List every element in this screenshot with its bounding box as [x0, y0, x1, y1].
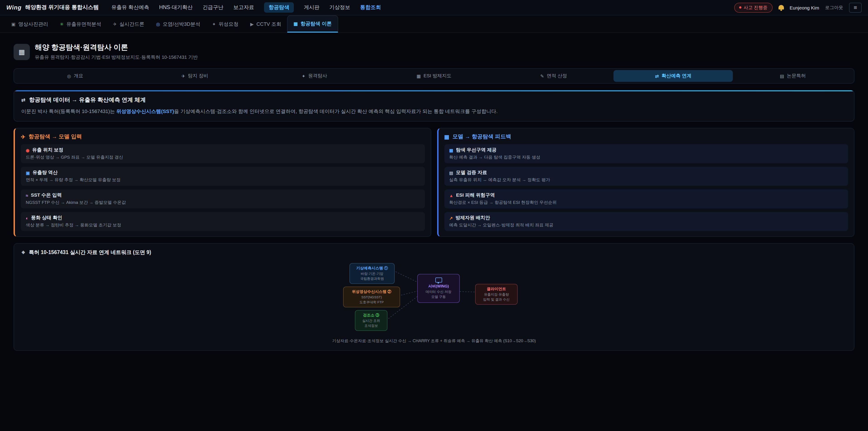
alert-triangle-icon: ▲ [449, 193, 454, 198]
list-item: ▦ 탐색 우선구역 제공 확산 예측 결과 → 다음 탐색 집중구역 자동 생성 [444, 144, 848, 163]
nav-item-integrated-search[interactable]: 통합조회 [360, 4, 381, 11]
intro-body: ⇄ 항공탐색 데이터 → 유출유 확산예측 연계 체계 이문진 박사 특허(등록… [14, 91, 854, 121]
list-item: ≈ SST 수온 입력 NGSST FTP 수신 → Akima 보간 → 증발… [21, 189, 425, 208]
tab-label: ESI 방제지도 [424, 73, 452, 79]
main-menu: 유출유 확산예측 HNS·대기확산 긴급구난 보고자료 항공탐색 게시판 기상정… [112, 2, 381, 13]
patent-network-section: ❖ 특허 10-1567431 실시간 자료 연계 네트워크 (도면 9) 기상… [13, 243, 855, 351]
subnav-label: 영상사진관리 [18, 21, 48, 27]
subnav-label: 항공탐색 이론 [301, 20, 332, 27]
list-item: ◉ 유출 위치 보정 드론·위성 영상 → GPS 좌표 → 모델 유출지점 갱… [21, 144, 425, 163]
clipboard-icon: ▤ [449, 170, 453, 175]
item-title: ◐ 풍화 상태 확인 [26, 215, 420, 221]
list-item: ▲ ESI 피해 위험구역 확산경로 × ESI 등급 → 항공탐색 ESI 현… [444, 189, 848, 208]
node-satellite-system: 위성영상수신시스템 ② SST(NGSST) 도호쿠대학 FTP [343, 286, 400, 308]
page-title: 해양 항공탐색·원격탐사 이론 [35, 43, 198, 53]
item-title: ≈ SST 수온 입력 [26, 192, 420, 198]
link-icon: ⇄ [21, 97, 25, 103]
subnav-item-3d-analysis[interactable]: ◎ 오염/선박3D분석 [150, 16, 206, 33]
list-item: ▣ 유출량 역산 면적 × 두께 → 유량 추정 → 확산모델 유출량 보정 [21, 167, 425, 186]
flow-cards-row: ✈ 항공탐색 → 모델 입력 ◉ 유출 위치 보정 드론·위성 영상 → GPS… [13, 128, 855, 237]
subnav-item-cctv[interactable]: ▶ CCTV 조회 [244, 16, 287, 33]
nav-item-board[interactable]: 게시판 [304, 4, 319, 11]
network-icon: ❖ [21, 250, 25, 255]
subnav-item-image-management[interactable]: ▣ 영상사진관리 [5, 16, 54, 33]
pin-icon: ◉ [26, 148, 30, 153]
network-caption: 기상자료·수온자료·조석정보 실시간 수신 → CHARRY 조류 + 취송류 … [21, 338, 847, 344]
nav-item-rescue[interactable]: 긴급구난 [203, 4, 223, 11]
card-title-text: 항공탐색 → 모델 입력 [29, 133, 82, 141]
tab-esi-map[interactable]: ▦ ESI 방제지도 [374, 70, 494, 82]
node-line: SST(NGSST) [346, 295, 397, 300]
nav-item-reports[interactable]: 보고자료 [233, 4, 254, 11]
page-subtitle: 유출유 원격탐지·항공감시 기법·ESI 방제정보지도·등록특허 10-1567… [35, 54, 198, 61]
item-title: ▲ ESI 피해 위험구역 [449, 192, 843, 198]
satellite-icon: ✦ [212, 22, 216, 26]
app-window: Wing 해양환경 위기대응 통합시스템 유출유 확산예측 HNS·대기확산 긴… [0, 0, 868, 431]
subnav-item-oil-area-analysis[interactable]: ✳ 유출유면적분석 [54, 16, 107, 33]
tab-detection-equipment[interactable]: ✈ 탐지 장비 [135, 70, 254, 82]
notification-bell-icon[interactable] [778, 5, 784, 9]
card-title: ✈ 항공탐색 → 모델 입력 [21, 133, 425, 141]
item-title-text: SST 수온 입력 [31, 192, 62, 198]
subnav-item-realtime-drone[interactable]: ✈ 실시간드론 [107, 16, 150, 33]
item-title: ↗ 방제자원 배치안 [449, 215, 843, 221]
map-icon: ▦ [416, 73, 421, 79]
network-title-text: 특허 10-1567431 실시간 자료 연계 네트워크 (도면 9) [29, 249, 151, 256]
node-title: 위성영상수신시스템 ② [346, 289, 397, 295]
incident-status-badge[interactable]: 사고 진행중 [734, 2, 773, 12]
tab-label: 면적 산정 [547, 73, 567, 79]
item-desc: 색상 분류 → 점탄비 추정 → 풍화모델 초기값 보정 [26, 222, 420, 228]
item-title: ▣ 유출량 역산 [26, 170, 420, 176]
section-heading: ⇄ 항공탐색 데이터 → 유출유 확산예측 연계 체계 [21, 96, 847, 104]
node-line: 유출지점·유출량 [478, 293, 515, 297]
page-header: ▦ 해양 항공탐색·원격탐사 이론 유출유 원격탐지·항공감시 기법·ESI 방… [13, 43, 855, 61]
camera-icon: ▣ [11, 22, 16, 26]
logout-button[interactable]: 로그아웃 [825, 4, 843, 11]
model-to-aerial-card: ▦ 모델 → 항공탐색 피드백 ▦ 탐색 우선구역 제공 확산 예측 결과 → … [437, 128, 855, 237]
subnav-item-aerial-theory[interactable]: ▦ 항공탐색 이론 [287, 16, 338, 33]
nav-item-aerial-search[interactable]: 항공탐색 [264, 2, 294, 13]
nav-item-hns-diffusion[interactable]: HNS·대기확산 [159, 4, 193, 11]
subnav-label: 위성요청 [219, 21, 239, 27]
tab-prediction-linkage[interactable]: ⇄ 확산예측 연계 [614, 70, 733, 82]
overview-icon: ◎ [67, 73, 71, 79]
app-title: 해양환경 위기대응 통합시스템 [25, 4, 98, 11]
item-title-text: 모델 검증 자료 [456, 170, 487, 176]
top-navigation: Wing 해양환경 위기대응 통합시스템 유출유 확산예측 HNS·대기확산 긴… [0, 0, 868, 16]
bar-chart-icon: ▦ [444, 133, 450, 140]
tab-label: 논문특허 [787, 73, 806, 79]
chart-icon: ▦ [293, 21, 298, 26]
tab-label: 탐지 장비 [188, 73, 208, 79]
tab-overview[interactable]: ◎ 개요 [16, 70, 135, 82]
node-line: 모델 구동 [421, 295, 457, 299]
sub-navigation: ▣ 영상사진관리 ✳ 유출유면적분석 ✈ 실시간드론 ◎ 오염/선박3D분석 ✦… [0, 16, 868, 33]
plane-icon: ✈ [181, 73, 185, 79]
theory-tab-bar: ◎ 개요 ✈ 탐지 장비 ✦ 원격탐사 ▦ ESI 방제지도 ✎ 면적 산정 ⇄… [13, 68, 855, 84]
item-title-text: 풍화 상태 확인 [31, 215, 62, 221]
intro-paragraph: 이문진 박사 특허(등록특허 10-1567431)는 위성영상수신시스템(SS… [21, 107, 847, 115]
tab-area-calculation[interactable]: ✎ 면적 산정 [494, 70, 614, 82]
node-title: 검조소 ③ [358, 313, 384, 318]
alert-dot-icon [739, 6, 741, 8]
item-title-text: 유출량 역산 [33, 170, 58, 176]
node-title: 서버(WING) [421, 284, 457, 289]
nav-item-weather[interactable]: 기상정보 [329, 4, 350, 11]
nav-item-spill-prediction[interactable]: 유출유 확산예측 [112, 4, 149, 11]
asterisk-icon: ✳ [60, 22, 64, 26]
item-desc: 면적 × 두께 → 유량 추정 → 확산모델 유출량 보정 [26, 177, 420, 183]
tab-remote-sensing[interactable]: ✦ 원격탐사 [254, 70, 374, 82]
tab-papers-patents[interactable]: ▤ 논문특허 [733, 70, 852, 82]
plane-icon: ✈ [21, 133, 25, 140]
drone-icon: ✈ [113, 22, 117, 26]
hamburger-menu-button[interactable]: ≡ [849, 2, 862, 12]
tab-label: 개요 [74, 73, 83, 79]
item-desc: 드론·위성 영상 → GPS 좌표 → 모델 유출지점 갱신 [26, 155, 420, 160]
node-client: 클라이언트 유출지점·유출량 입력 및 결과 수신 [475, 284, 518, 305]
linkage-intro-section: ⇄ 항공탐색 데이터 → 유출유 확산예측 연계 체계 이문진 박사 특허(등록… [13, 90, 855, 122]
user-name: Eunjeong Kim [789, 5, 819, 10]
brand: Wing 해양환경 위기대응 통합시스템 [6, 4, 99, 11]
node-line: 조석정보 [358, 324, 384, 328]
topnav-right: 사고 진행중 Eunjeong Kim 로그아웃 ≡ [734, 2, 862, 12]
subnav-item-satellite-request[interactable]: ✦ 위성요청 [206, 16, 244, 33]
sst-system-link[interactable]: 위성영상수신시스템(SST) [116, 109, 174, 114]
